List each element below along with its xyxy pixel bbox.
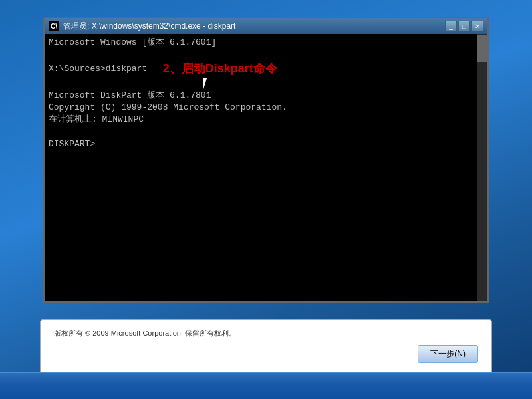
cmd-line-8 bbox=[49, 126, 473, 138]
cmd-line-1: Microsoft Windows [版本 6.1.7601] bbox=[49, 37, 473, 49]
cmd-body[interactable]: Microsoft Windows [版本 6.1.7601] X:\Sourc… bbox=[45, 34, 477, 301]
cmd-line-6: Copyright (C) 1999-2008 Microsoft Corpor… bbox=[49, 102, 473, 114]
cmd-line-9: DISKPART> bbox=[49, 138, 473, 150]
cmd-title: 管理员: X:\windows\system32\cmd.exe - diskp… bbox=[63, 21, 445, 32]
scroll-thumb[interactable] bbox=[477, 35, 487, 62]
cmd-titlebar: C\ 管理员: X:\windows\system32\cmd.exe - di… bbox=[45, 18, 487, 34]
cmd-annotation: 2、启动Diskpart命令 bbox=[163, 61, 277, 77]
setup-dialog: 版权所有 © 2009 Microsoft Corporation. 保留所有权… bbox=[40, 319, 492, 372]
taskbar[interactable] bbox=[0, 372, 532, 399]
cmd-line-2 bbox=[49, 49, 473, 61]
cmd-line-4 bbox=[49, 78, 473, 90]
setup-footer-bottom: 下一步(N) bbox=[54, 345, 478, 363]
desktop: C\ 管理员: X:\windows\system32\cmd.exe - di… bbox=[0, 0, 532, 399]
minimize-button[interactable]: _ bbox=[445, 21, 457, 31]
cmd-icon: C\ bbox=[49, 21, 59, 31]
setup-footer-text: 版权所有 © 2009 Microsoft Corporation. 保留所有权… bbox=[54, 329, 478, 338]
maximize-button[interactable]: □ bbox=[458, 21, 470, 31]
cmd-prompt-1: X:\Sources>diskpart bbox=[49, 63, 163, 75]
cmd-line-5: Microsoft DiskPart 版本 6.1.7801 bbox=[49, 90, 473, 102]
cmd-line-7: 在计算机上: MINWINPC bbox=[49, 114, 473, 126]
cmd-line-3: X:\Sources>diskpart 2、启动Diskpart命令 bbox=[49, 61, 473, 77]
cmd-controls: _ □ ✕ bbox=[445, 21, 483, 31]
close-button[interactable]: ✕ bbox=[471, 21, 483, 31]
cmd-scrollbar[interactable] bbox=[477, 34, 487, 301]
cmd-content-area: Microsoft Windows [版本 6.1.7601] X:\Sourc… bbox=[45, 34, 487, 301]
cmd-window: C\ 管理员: X:\windows\system32\cmd.exe - di… bbox=[43, 17, 489, 303]
next-button[interactable]: 下一步(N) bbox=[418, 345, 478, 363]
